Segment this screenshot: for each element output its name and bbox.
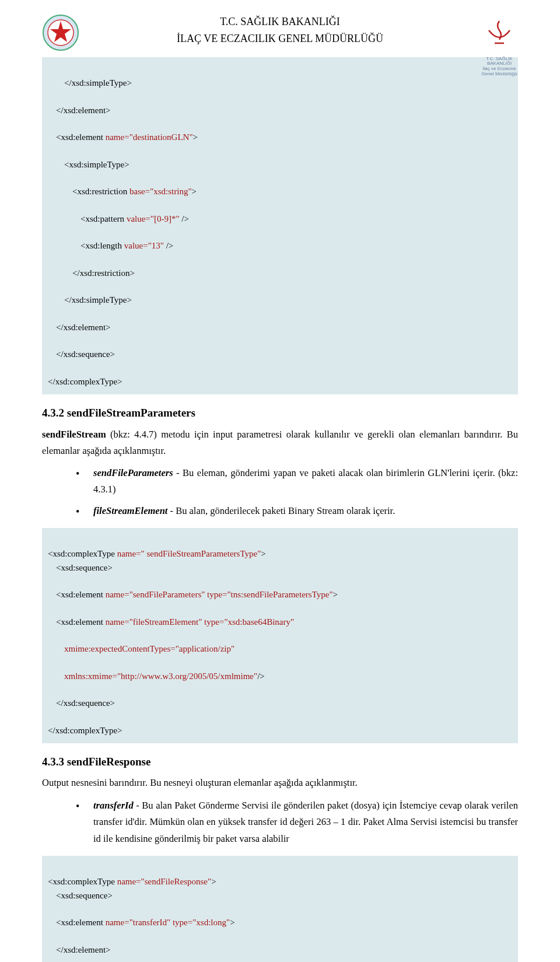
pharmacy-logo-icon: T.C. SAĞLIK BAKANLIĞI İlaç ve Eczacılık … <box>481 14 518 51</box>
document-page: T.C. SAĞLIK BAKANLIĞI İlaç ve Eczacılık … <box>0 0 560 962</box>
bullet-sendfileparameters: sendFileParameters - Bu eleman, gönderim… <box>76 465 518 499</box>
header-title-1: T.C. SAĞLIK BAKANLIĞI <box>42 14 518 30</box>
bullet-transferid: transferId - Bu alan Paket Gönderme Serv… <box>76 797 518 848</box>
heading-4-3-3: 4.3.3 sendFileResponse <box>42 754 518 771</box>
bold-sendfilestream: sendFileStream <box>42 429 106 440</box>
ministry-seal-icon <box>42 14 79 51</box>
para-4-3-2-text: (bkz: 4.4.7) metodu için input parametre… <box>42 429 518 456</box>
bullet-filestreamelement: fileStreamElement - Bu alan, gönderilece… <box>76 503 518 520</box>
header-title-2: İLAÇ VE ECZACILIK GENEL MÜDÜRLÜĞÜ <box>42 31 518 47</box>
code-block-1: </xsd:simpleType> </xsd:element> <xsd:el… <box>42 57 518 394</box>
para-4-3-3: Output nesnesini barındırır. Bu nesneyi … <box>42 775 518 791</box>
heading-4-3-2: 4.3.2 sendFileStreamParameters <box>42 405 518 422</box>
page-header: T.C. SAĞLIK BAKANLIĞI İlaç ve Eczacılık … <box>42 14 518 47</box>
code-block-3: <xsd:complexType name="sendFileResponse"… <box>42 856 518 962</box>
bullets-4-3-2: sendFileParameters - Bu eleman, gönderim… <box>76 465 518 520</box>
code-block-2: <xsd:complexType name=" sendFileStreamPa… <box>42 528 518 743</box>
bullets-4-3-3: transferId - Bu alan Paket Gönderme Serv… <box>76 797 518 848</box>
logo-right-caption: T.C. SAĞLIK BAKANLIĞI İlaç ve Eczacılık … <box>481 57 518 77</box>
para-4-3-2: sendFileStream (bkz: 4.4.7) metodu için … <box>42 426 518 459</box>
